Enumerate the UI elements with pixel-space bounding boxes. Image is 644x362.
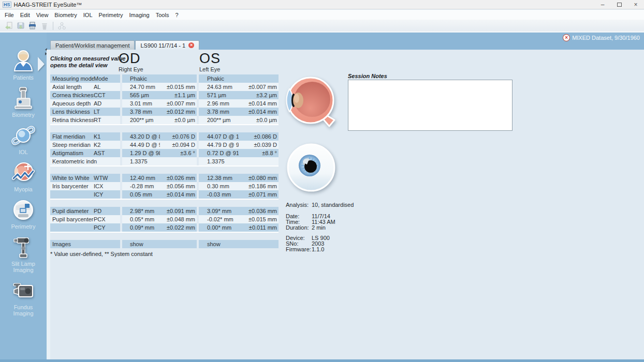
os-value[interactable]: 1.3375 [199,157,239,165]
menu-help[interactable]: ? [172,11,182,19]
close-button[interactable]: × [627,0,644,9]
analysis-value: 10, standardised [312,202,354,208]
print-button[interactable] [26,21,38,31]
od-value[interactable]: Phakic [122,74,160,83]
od-deviation [160,157,197,165]
od-value[interactable]: 200** µm [122,116,160,124]
od-deviation: ±0.015 mm [160,83,197,91]
os-show-images-link[interactable]: show [199,240,239,248]
od-value[interactable]: 2.98* mm [122,207,160,215]
row-mode: ICX [94,182,120,190]
row-label: Retina thickness [50,116,94,124]
os-value[interactable]: 24.63 mm [199,83,239,91]
od-value[interactable]: 3.01 mm [122,99,160,108]
analysis-block: Analysis: 10, standardised Date: 11/7/14… [286,202,354,252]
od-value[interactable]: 43.20 D @ 8 ° [122,132,160,141]
os-value[interactable]: 44.79 D @ 91 ° [199,141,239,149]
od-value[interactable]: 12.40 mm [122,174,160,182]
os-value[interactable]: Phakic [199,74,239,83]
sidebar-item-iol[interactable]: IOL [2,123,45,155]
menu-biometry[interactable]: Biometry [52,11,80,19]
os-value[interactable]: 3.78 mm [199,108,239,116]
od-value[interactable]: 0.09* mm [122,223,160,232]
table-row: Flat meridian K1 43.20 D @ 8 ° ±0.076 D … [50,132,279,141]
row-label: Images [50,240,94,248]
os-deviation: ±3.2 µm [239,91,279,99]
table-row: Astigmatism AST 1.29 D @ 98 ° ±3.6 ° 0.7… [50,149,279,157]
menu-view[interactable]: View [34,11,52,19]
os-value[interactable]: 0.30 mm [199,182,239,190]
exam-content: Clicking on measured value opens the det… [47,50,644,359]
sidebar-item-biometry[interactable]: Biometry [2,85,45,118]
tab-ls900-exam[interactable]: LS900 11/7/14 - 1 × [135,40,199,50]
sidebar-item-perimetry[interactable]: Perimetry [2,197,45,230]
firmware-label: Firmware: [286,247,312,252]
connections-button[interactable] [56,21,68,31]
patients-icon [10,48,36,74]
od-show-images-link[interactable]: show [122,240,160,248]
table-row: Pupil diameter PD 2.98* mm ±0.091 mm 3.0… [50,207,279,215]
menu-imaging[interactable]: Imaging [127,11,153,19]
row-label: Keratometric index [50,157,94,165]
os-value[interactable]: 0.00* mm [199,223,239,232]
row-mode: RT [94,116,120,124]
sidebar-item-slit-lamp[interactable]: Slit Lamp Imaging [2,234,45,273]
save-button[interactable] [14,21,26,31]
table-row: Pupil barycenter PCX 0.05* mm ±0.048 mm … [50,215,279,223]
menu-tools[interactable]: Tools [153,11,173,19]
os-value[interactable]: -0.03 mm [199,190,239,199]
menu-iol[interactable]: IOL [81,11,96,19]
od-value[interactable]: 24.70 mm [122,83,160,91]
tab-patient-worklist[interactable]: Patient/Worklist management [50,40,135,50]
row-label: Aqueous depth [50,99,94,108]
print-icon [28,22,37,30]
od-deviation: ±0.0 µm [160,116,197,124]
os-deviation: ±0.007 mm [239,83,279,91]
os-value[interactable]: 12.38 mm [199,174,239,182]
group-separator [50,232,279,240]
os-value[interactable]: -0.02* mm [199,215,239,223]
os-value[interactable]: 3.09* mm [199,207,239,215]
os-deviation: ±0.086 D [239,132,279,141]
menu-perimetry[interactable]: Perimetry [96,11,127,19]
sidebar-item-fundus[interactable]: Fundus Imaging [2,278,45,316]
import-button[interactable] [3,21,14,31]
table-row: White to White WTW 12.40 mm ±0.026 mm 12… [50,174,279,182]
od-value[interactable]: 565 µm [122,91,160,99]
sidebar-item-myopia[interactable]: Myopia [2,160,45,192]
menu-file[interactable]: File [2,11,18,19]
os-deviation: ±0.011 mm [239,223,279,232]
od-value[interactable]: 1.3375 [122,157,160,165]
od-value[interactable]: 3.78 mm [122,108,160,116]
dataset-close-icon[interactable]: × [563,35,569,41]
od-deviation: ±0.091 mm [160,207,197,215]
minimize-button[interactable]: – [594,0,611,9]
od-value[interactable]: 44.49 D @ 98 ° [122,141,160,149]
od-value[interactable]: 0.05* mm [122,215,160,223]
delete-button[interactable] [38,21,50,31]
os-value[interactable]: 571 µm [199,91,239,99]
tab-close-icon[interactable]: × [188,42,194,48]
sidebar-expand-handle[interactable] [38,57,45,71]
table-row: ICY 0.05 mm ±0.014 mm -0.03 mm ±0.071 mm [50,190,279,199]
measurement-table: Measuring mode Mode Phakic Phakic Axial … [50,74,279,257]
tab-bar: Patient/Worklist management LS900 11/7/1… [50,40,199,50]
os-value[interactable]: 200** µm [199,116,239,124]
menu-edit[interactable]: Edit [18,11,34,19]
os-value[interactable]: 2.96 mm [199,99,239,108]
maximize-button[interactable] [611,0,627,9]
firmware-value: 1.1.0 [312,247,324,252]
session-notes-input[interactable] [348,80,513,131]
trash-icon [40,22,49,30]
table-row-images: Images show show [50,240,279,248]
app-body: × MIXED Dataset, 9/30/1960 Patients [0,33,644,359]
od-value[interactable]: -0.28 mm [122,182,160,190]
window-title: HAAG-STREIT EyeSuite™ [14,2,82,8]
os-value[interactable]: 0.72 D @ 91 ° [199,149,239,157]
menu-bar: File Edit View Biometry IOL Perimetry Im… [0,10,644,20]
os-value[interactable]: 44.07 D @ 1 ° [199,132,239,141]
od-value[interactable]: 1.29 D @ 98 ° [122,149,160,157]
od-name: Right Eye [119,66,143,72]
group-separator [50,124,279,132]
od-value[interactable]: 0.05 mm [122,190,160,199]
